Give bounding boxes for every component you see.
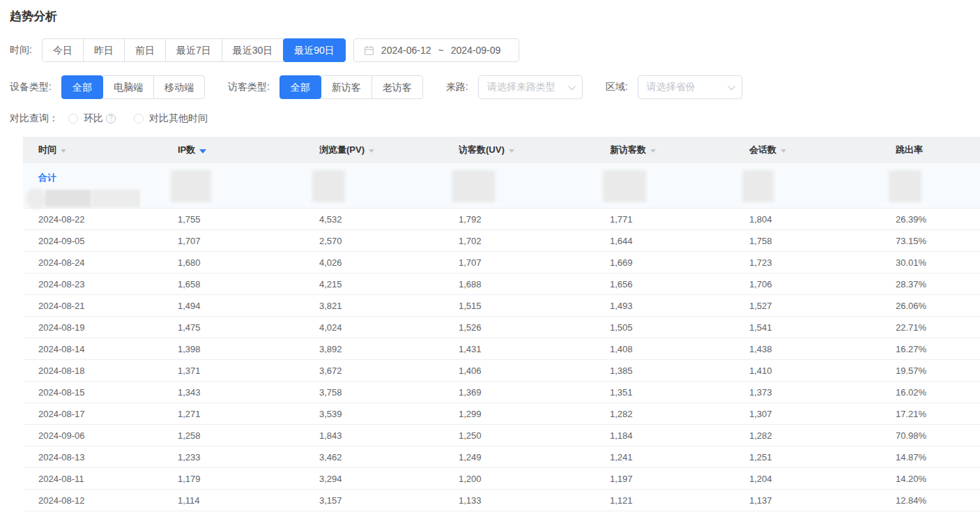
column-header-2[interactable]: IP数: [178, 144, 319, 156]
cell-value: 1,656: [610, 279, 749, 289]
cell-value: 1,137: [749, 495, 896, 506]
visitor-option-新访客[interactable]: 新访客: [321, 75, 372, 99]
radio-label: 环比: [84, 112, 103, 125]
column-label: 访客数(UV): [459, 144, 505, 156]
cell-value: 14.20%: [896, 474, 980, 484]
cell-value: 1,843: [319, 430, 459, 441]
table-row: 2024-09-061,2581,8431,2501,1841,28270.98…: [23, 425, 980, 446]
time-option-昨日[interactable]: 昨日: [83, 38, 125, 62]
source-select-placeholder: 请选择来路类型: [487, 81, 556, 93]
cell-value: 1,771: [610, 214, 749, 225]
cell-date: 2024-09-06: [23, 430, 178, 441]
redacted-blur: [312, 170, 345, 202]
compare-option-环比[interactable]: 环比?: [68, 112, 116, 125]
cell-value: 1,494: [178, 301, 319, 311]
sort-desc-icon[interactable]: [650, 149, 656, 153]
chevron-down-icon: [567, 82, 575, 90]
device-option-电脑端[interactable]: 电脑端: [102, 75, 154, 99]
time-filter-label: 时间:: [10, 44, 32, 57]
table-row: 2024-08-131,2333,4621,2491,2411,25114.87…: [23, 446, 980, 468]
cell-value: 1,373: [749, 387, 896, 398]
redacted-blur: [171, 170, 211, 202]
sort-desc-icon[interactable]: [781, 149, 786, 153]
cell-value: 1,371: [178, 366, 319, 376]
cell-value: 1,385: [610, 366, 749, 376]
cell-value: 1,408: [610, 344, 749, 354]
source-type-select[interactable]: 请选择来路类型: [478, 75, 583, 99]
visitor-type-label: 访客类型:: [228, 81, 270, 93]
redacted-blur: [603, 170, 646, 202]
total-cell-time: 合计: [23, 163, 178, 208]
total-link[interactable]: 合计: [38, 172, 56, 183]
cell-value: 3,892: [319, 344, 459, 354]
cell-value: 1,669: [610, 257, 749, 268]
cell-value: 30.01%: [896, 257, 980, 268]
cell-value: 3,462: [319, 452, 459, 462]
time-option-前日[interactable]: 前日: [124, 38, 166, 62]
device-option-全部[interactable]: 全部: [61, 75, 103, 99]
page-title: 趋势分析: [10, 8, 980, 24]
cell-value: 1,688: [459, 279, 610, 289]
cell-value: 1,233: [178, 452, 319, 462]
radio-icon[interactable]: [68, 114, 78, 123]
table-row: 2024-09-051,7072,5701,7021,6441,75873.15…: [23, 230, 980, 252]
cell-value: 1,410: [749, 366, 896, 376]
time-filter-row: 时间: 今日昨日前日最近7日最近30日最近90日 2024-06-12 ~ 20…: [10, 38, 980, 62]
cell-value: 4,532: [319, 214, 459, 225]
sort-desc-icon[interactable]: [509, 149, 514, 153]
table-row: 2024-08-171,2713,5391,2991,2821,30717.21…: [23, 403, 980, 425]
compare-option-对比其他时间[interactable]: 对比其他时间: [134, 112, 208, 125]
table-body: 2024-08-221,7554,5321,7921,7711,80426.39…: [23, 209, 980, 511]
time-option-最近30日[interactable]: 最近30日: [222, 38, 284, 62]
visitor-option-全部[interactable]: 全部: [280, 75, 321, 99]
cell-value: 1,241: [610, 452, 749, 462]
total-cell: [610, 163, 749, 208]
table-row: 2024-08-221,7554,5321,7921,7711,80426.39…: [23, 209, 980, 230]
column-header-5[interactable]: 新访客数: [610, 144, 749, 156]
column-header-4[interactable]: 访客数(UV): [459, 144, 610, 156]
date-separator: ~: [438, 45, 443, 56]
redacted-blur: [91, 190, 140, 207]
time-range-group: 今日昨日前日最近7日最近30日最近90日: [42, 38, 346, 62]
sort-desc-icon[interactable]: [61, 149, 66, 153]
cell-value: 1,515: [459, 301, 610, 311]
cell-value: 1,680: [178, 257, 319, 268]
radio-icon[interactable]: [134, 114, 144, 123]
column-header-6[interactable]: 会话数: [749, 144, 896, 156]
column-header-7: 跳出率: [896, 144, 980, 156]
cell-value: 22.71%: [896, 322, 980, 333]
visitor-option-老访客[interactable]: 老访客: [372, 75, 423, 99]
table-row: 2024-08-211,4943,8211,5151,4931,52726.06…: [23, 295, 980, 317]
time-option-最近7日[interactable]: 最近7日: [165, 38, 222, 62]
total-cell: [178, 163, 319, 208]
province-select[interactable]: 请选择省份: [638, 75, 742, 99]
total-cell: [319, 163, 459, 208]
cell-value: 4,026: [319, 257, 459, 268]
sort-desc-icon[interactable]: [199, 149, 206, 153]
radio-label: 对比其他时间: [149, 112, 208, 125]
cell-value: 1,250: [459, 430, 610, 441]
time-option-今日[interactable]: 今日: [42, 38, 84, 62]
column-label: 浏览量(PV): [319, 144, 365, 156]
cell-date: 2024-08-14: [23, 344, 178, 354]
column-header-3[interactable]: 浏览量(PV): [319, 144, 459, 156]
time-option-最近90日[interactable]: 最近90日: [283, 38, 346, 62]
cell-value: 1,758: [749, 236, 896, 246]
redacted-total-values: [38, 187, 178, 208]
column-label: 新访客数: [610, 144, 646, 156]
cell-date: 2024-08-17: [23, 409, 178, 419]
cell-value: 1,505: [610, 322, 749, 333]
cell-value: 1,114: [178, 495, 319, 506]
cell-value: 26.06%: [896, 301, 980, 311]
cell-value: 14.87%: [896, 452, 980, 462]
cell-value: 1,702: [459, 236, 610, 246]
redacted-blur: [452, 170, 495, 202]
cell-value: 1,475: [178, 322, 319, 333]
date-range-picker[interactable]: 2024-06-12 ~ 2024-09-09: [353, 38, 519, 62]
column-header-1[interactable]: 时间: [23, 144, 178, 156]
sort-desc-icon[interactable]: [369, 149, 374, 153]
cell-value: 1,197: [610, 474, 749, 484]
cell-date: 2024-08-11: [23, 474, 178, 484]
cell-value: 1,184: [610, 430, 749, 441]
device-option-移动端[interactable]: 移动端: [153, 75, 205, 99]
